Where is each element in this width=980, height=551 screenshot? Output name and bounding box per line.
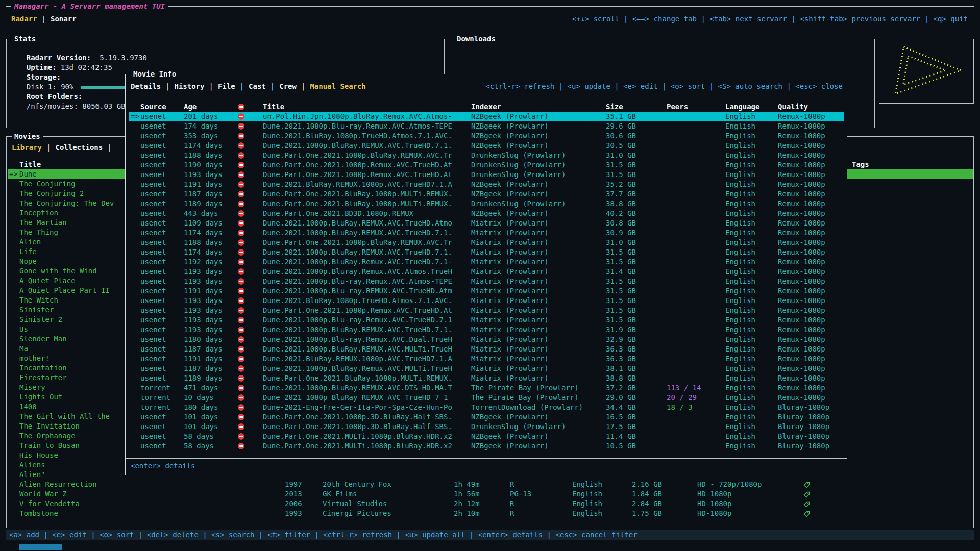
storage-line: Storage:	[9, 63, 442, 72]
cell-age: 1191 days	[184, 180, 223, 189]
tab-sonarr[interactable]: Sonarr	[51, 15, 77, 23]
column-title[interactable]: Title	[263, 102, 284, 112]
rejected-icon	[238, 404, 244, 411]
rejected-icon	[238, 123, 244, 130]
search-result-row[interactable]: usenet1191 daysDune.2021.BluRay.REMUX.10…	[129, 354, 844, 364]
movie-table-row[interactable]: 2013GK Films1h 56mPG-13English1.84 GBHD-…	[7, 489, 973, 499]
tab-radarr[interactable]: Radarr	[11, 15, 37, 23]
search-result-row[interactable]: usenet1193 daysDune.Part.One.2021.1080p.…	[129, 306, 844, 315]
search-result-row[interactable]: usenet1174 daysDune.2021.1080p.BluRay.RE…	[129, 247, 844, 257]
search-result-row[interactable]: usenet101 daysDune.Part.One.2021.1080p.3…	[129, 412, 844, 422]
cell-quality: HD-1080p	[697, 509, 731, 518]
cell-language: English	[725, 373, 755, 383]
search-result-row[interactable]: usenet1189 daysDune.Part.One.2021.BluRay…	[129, 373, 844, 383]
tab-crew[interactable]: Crew	[279, 82, 297, 90]
search-result-row[interactable]: usenet443 daysDune.Part.One.2021.BD3D.10…	[129, 209, 844, 218]
cell-indexer: Miatrix (Prowlarr)	[471, 373, 549, 383]
cell-language: English	[725, 131, 755, 141]
search-result-row[interactable]: =>usenet201 daysun.Pol.Hin.Jpn.1080p.Blu…	[129, 112, 844, 121]
search-result-row[interactable]: usenet1191 daysDune.2021.BluRay.REMUX.10…	[129, 180, 844, 189]
modal-keybinds: <ctrl-r> refresh | <u> update | <e> edit…	[485, 82, 843, 91]
cell-size: 2.16 GB	[632, 480, 662, 489]
cell-language: English	[725, 160, 755, 170]
cell-runtime: 2h 10m	[454, 509, 480, 518]
search-result-row[interactable]: usenet1174 daysDune.2021.1080p.BluRay.RE…	[129, 228, 844, 238]
search-result-row[interactable]: usenet58 daysDune.Part.One.2021.MULTi.10…	[129, 432, 844, 441]
cell-title: Dune.Part.One.2021.1080p.Remux.AVC.TrueH…	[263, 170, 452, 180]
tab-details[interactable]: Details	[131, 82, 161, 90]
tab-cast[interactable]: Cast	[249, 82, 266, 90]
search-result-row[interactable]: usenet1193 daysDune.2021.1080p.BluRay.RE…	[129, 325, 844, 335]
search-result-row[interactable]: usenet1109 daysDune.2021.1080p.BluRay.RE…	[129, 218, 844, 228]
movie-table-row[interactable]: 2006Virtual Studios2h 12mREnglish2.84 GB…	[7, 499, 973, 509]
search-result-row[interactable]: usenet1188 daysDune.Part.One.2021.1080p.…	[129, 151, 844, 160]
cell-language: English	[725, 199, 755, 209]
tab-file[interactable]: File	[218, 82, 235, 90]
cell-size: 31.4 GB	[606, 267, 636, 277]
search-result-row[interactable]: usenet174 daysDune.2021.1080p.Blu-ray.Re…	[129, 121, 844, 131]
column-indexer[interactable]: Indexer	[471, 102, 501, 112]
search-result-row[interactable]: usenet1189 daysDune.Part.One.2021.BluRay…	[129, 199, 844, 209]
search-result-row[interactable]: usenet1188 daysDune.Part.One.2021.1080p.…	[129, 238, 844, 247]
cell-source: usenet	[140, 441, 166, 451]
rejected-icon	[238, 133, 244, 139]
search-result-row[interactable]: usenet1193 daysDune.2021.1080p.Blu-ray.R…	[129, 277, 844, 286]
rejected-icon	[238, 142, 244, 149]
cell-quality: Remux-1080p	[778, 373, 825, 383]
cell-language: English	[725, 238, 755, 247]
tab-manual-search[interactable]: Manual Search	[310, 82, 366, 90]
cell-size: 31.0 GB	[606, 238, 636, 247]
cell-age: 1193 days	[184, 296, 223, 306]
search-result-row[interactable]: usenet1193 daysDune.2021.BluRay.1080p.Tr…	[129, 296, 844, 306]
search-result-row[interactable]: usenet1174 daysDune.2021.1080p.BluRay.RE…	[129, 141, 844, 151]
cell-language: English	[725, 170, 755, 180]
search-result-row[interactable]: torrent10 daysDune 2021 1080p BluRay REM…	[129, 393, 844, 403]
column-peers[interactable]: Peers	[667, 102, 688, 112]
search-result-row[interactable]: usenet1193 daysDune.2021.1080p.Blu-ray.R…	[129, 315, 844, 325]
cell-source: usenet	[140, 180, 166, 189]
column-size[interactable]: Size	[606, 102, 623, 112]
column-age[interactable]: Age	[184, 102, 197, 112]
search-result-row[interactable]: usenet1187 daysDune.2021.1080p.BluRay.RE…	[129, 344, 844, 354]
search-result-row[interactable]: usenet1187 daysDune.Part.One.2021.BluRay…	[129, 189, 844, 199]
search-result-row[interactable]: usenet353 daysDune.2021.BluRay.1080p.Tru…	[129, 131, 844, 141]
cell-quality: Remux-1080p	[778, 344, 825, 354]
cell-title: Dune.2021.1080p.Blu-ray.REMUX.AVC.TrueHD…	[263, 286, 452, 296]
cell-age: 58 days	[184, 441, 214, 451]
search-result-row[interactable]: usenet1192 daysDune.2021.1080p.BluRay.Re…	[129, 257, 844, 267]
column-source[interactable]: Source	[140, 102, 166, 112]
cell-indexer: Miatrix (Prowlarr)	[471, 257, 549, 267]
cell-quality: Remux-1080p	[778, 364, 825, 373]
cell-quality: Remux-1080p	[778, 141, 825, 151]
search-result-row[interactable]: usenet1193 daysDune.Part.One.2021.1080p.…	[129, 170, 844, 180]
movie-table-row[interactable]: 1993Cinergi Pictures2h 10mREnglish1.75 G…	[7, 509, 973, 518]
cell-runtime: 2h 12m	[454, 499, 480, 509]
cell-title: Dune.2021.1080p.BluRay.REMUX.AVC.TrueHD.…	[263, 247, 452, 257]
cell-size: 31.5 GB	[606, 257, 636, 267]
search-result-row[interactable]: usenet58 daysDune.Part.One.2021.MULTi.10…	[129, 441, 844, 451]
cell-age: 1174 days	[184, 141, 223, 151]
search-result-row[interactable]: usenet101 daysDune.Part.One.2021.1080p.3…	[129, 422, 844, 432]
search-result-row[interactable]: usenet1191 daysDune.2021.1080p.Blu-ray.R…	[129, 286, 844, 296]
cell-language: English	[572, 489, 602, 499]
cell-age: 1174 days	[184, 228, 223, 238]
rejected-icon	[238, 152, 244, 159]
cell-quality: Remux-1080p	[778, 257, 825, 267]
cell-size: 38.8 GB	[606, 199, 636, 209]
cell-title: Dune.2021.1080p.BluRay.Remux.AVC.TrueHD.…	[263, 257, 452, 267]
search-result-row[interactable]: torrent180 daysDune-2021-Eng-Fre-Ger-Ita…	[129, 403, 844, 412]
search-result-row[interactable]: usenet1193 daysDune.2021.1080p.Bluray.Re…	[129, 267, 844, 277]
tab-history[interactable]: History	[174, 82, 204, 90]
cell-source: usenet	[140, 151, 166, 160]
cell-size: 31.5 GB	[606, 286, 636, 296]
column-language[interactable]: Language	[725, 102, 760, 112]
column-quality[interactable]: Quality	[778, 102, 808, 112]
rejected-icon	[238, 317, 244, 323]
search-result-row[interactable]: usenet1180 daysDune.2021.1080p.Blu-ray.R…	[129, 335, 844, 344]
search-result-row[interactable]: usenet1187 daysDune.2021.1080p.BluRay.Re…	[129, 364, 844, 373]
cell-age: 471 days	[184, 383, 218, 393]
search-result-row[interactable]: torrent471 daysDune.2021.1080p.BluRay.RE…	[129, 383, 844, 393]
movie-table-row[interactable]: 199720th Century Fox1h 49mREnglish2.16 G…	[7, 480, 973, 489]
cell-age: 353 days	[184, 131, 218, 141]
search-result-row[interactable]: usenet1190 daysDune.Part.One.2021.1080p.…	[129, 160, 844, 170]
